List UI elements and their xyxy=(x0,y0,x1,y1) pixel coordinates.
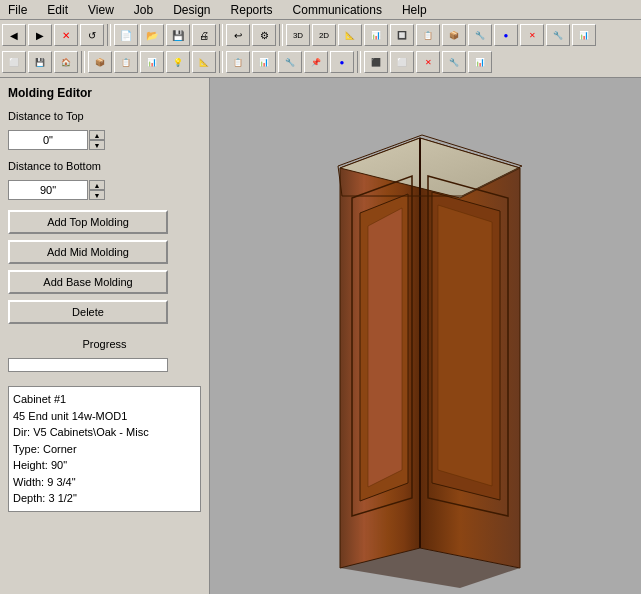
distance-bottom-down[interactable]: ▼ xyxy=(89,190,105,200)
view9-button[interactable]: ● xyxy=(494,24,518,46)
info-line3: Dir: V5 Cabinets\Oak - Misc xyxy=(13,424,196,441)
add-mid-molding-button[interactable]: Add Mid Molding xyxy=(8,240,168,264)
tb2-6[interactable]: 📊 xyxy=(140,51,164,73)
cabinet-3d-view xyxy=(260,108,620,588)
distance-top-label: Distance to Top xyxy=(8,110,201,122)
undo-button[interactable]: ↩ xyxy=(226,24,250,46)
tb2-home[interactable]: 🏠 xyxy=(54,51,78,73)
view6-button[interactable]: 📋 xyxy=(416,24,440,46)
tb2-13[interactable]: ● xyxy=(330,51,354,73)
menu-view[interactable]: View xyxy=(84,1,118,19)
tb2-15[interactable]: ⬜ xyxy=(390,51,414,73)
menu-edit[interactable]: Edit xyxy=(43,1,72,19)
tb2-9[interactable]: 📋 xyxy=(226,51,250,73)
settings-button[interactable]: ⚙ xyxy=(252,24,276,46)
svg-marker-11 xyxy=(438,205,492,486)
canvas-area[interactable] xyxy=(210,78,641,594)
tb2-8[interactable]: 📐 xyxy=(192,51,216,73)
canvas-inner xyxy=(210,78,641,594)
separator3 xyxy=(279,24,283,46)
menu-job[interactable]: Job xyxy=(130,1,157,19)
toolbar: ◀ ▶ ✕ ↺ 📄 📂 💾 🖨 ↩ ⚙ 3D 2D 📐 📊 🔲 📋 📦 🔧 ● … xyxy=(0,20,641,78)
view8-button[interactable]: 🔧 xyxy=(468,24,492,46)
separator5 xyxy=(219,51,223,73)
left-panel: Molding Editor Distance to Top ▲ ▼ Dista… xyxy=(0,78,210,594)
tb2-11[interactable]: 🔧 xyxy=(278,51,302,73)
distance-top-up[interactable]: ▲ xyxy=(89,130,105,140)
tb2-5[interactable]: 📋 xyxy=(114,51,138,73)
menu-design[interactable]: Design xyxy=(169,1,214,19)
view10-button[interactable]: ✕ xyxy=(520,24,544,46)
tb2-12[interactable]: 📌 xyxy=(304,51,328,73)
view2-button[interactable]: 2D xyxy=(312,24,336,46)
back-button[interactable]: ◀ xyxy=(2,24,26,46)
tb2-4[interactable]: 📦 xyxy=(88,51,112,73)
info-line6: Width: 9 3/4" xyxy=(13,474,196,491)
add-top-molding-button[interactable]: Add Top Molding xyxy=(8,210,168,234)
tb2-18[interactable]: 📊 xyxy=(468,51,492,73)
delete-button[interactable]: Delete xyxy=(8,300,168,324)
distance-top-spinner: ▲ ▼ xyxy=(89,130,105,150)
menu-help[interactable]: Help xyxy=(398,1,431,19)
info-line5: Height: 90" xyxy=(13,457,196,474)
separator2 xyxy=(219,24,223,46)
info-line4: Type: Corner xyxy=(13,441,196,458)
distance-bottom-label: Distance to Bottom xyxy=(8,160,201,172)
view3-button[interactable]: 📐 xyxy=(338,24,362,46)
stop-button[interactable]: ✕ xyxy=(54,24,78,46)
view12-button[interactable]: 📊 xyxy=(572,24,596,46)
panel-title: Molding Editor xyxy=(8,86,201,100)
distance-bottom-input[interactable] xyxy=(8,180,88,200)
open-button[interactable]: 📂 xyxy=(140,24,164,46)
view11-button[interactable]: 🔧 xyxy=(546,24,570,46)
info-line7: Depth: 3 1/2" xyxy=(13,490,196,507)
view5-button[interactable]: 🔲 xyxy=(390,24,414,46)
toolbar-row2: ⬜ 💾 🏠 📦 📋 📊 💡 📐 📋 📊 🔧 📌 ● ⬛ ⬜ ✕ 🔧 📊 xyxy=(2,49,639,75)
tb2-10[interactable]: 📊 xyxy=(252,51,276,73)
view7-button[interactable]: 📦 xyxy=(442,24,466,46)
forward-button[interactable]: ▶ xyxy=(28,24,52,46)
menu-reports[interactable]: Reports xyxy=(227,1,277,19)
progress-bar xyxy=(8,358,168,372)
distance-top-input[interactable] xyxy=(8,130,88,150)
tb2-2[interactable]: 💾 xyxy=(28,51,52,73)
tb2-14[interactable]: ⬛ xyxy=(364,51,388,73)
info-line2: 45 End unit 14w-MOD1 xyxy=(13,408,196,425)
menu-communications[interactable]: Communications xyxy=(289,1,386,19)
tb2-7[interactable]: 💡 xyxy=(166,51,190,73)
tb2-16[interactable]: ✕ xyxy=(416,51,440,73)
distance-bottom-spinner: ▲ ▼ xyxy=(89,180,105,200)
main-layout: Molding Editor Distance to Top ▲ ▼ Dista… xyxy=(0,78,641,594)
distance-bottom-row: ▲ ▼ xyxy=(8,180,201,200)
distance-bottom-up[interactable]: ▲ xyxy=(89,180,105,190)
view4-button[interactable]: 📊 xyxy=(364,24,388,46)
distance-top-down[interactable]: ▼ xyxy=(89,140,105,150)
svg-marker-8 xyxy=(368,208,402,487)
tb2-1[interactable]: ⬜ xyxy=(2,51,26,73)
save-button[interactable]: 💾 xyxy=(166,24,190,46)
distance-top-row: ▲ ▼ xyxy=(8,130,201,150)
print-button[interactable]: 🖨 xyxy=(192,24,216,46)
menubar: File Edit View Job Design Reports Commun… xyxy=(0,0,641,20)
refresh-button[interactable]: ↺ xyxy=(80,24,104,46)
menu-file[interactable]: File xyxy=(4,1,31,19)
progress-label: Progress xyxy=(8,338,201,350)
view1-button[interactable]: 3D xyxy=(286,24,310,46)
toolbar-row1: ◀ ▶ ✕ ↺ 📄 📂 💾 🖨 ↩ ⚙ 3D 2D 📐 📊 🔲 📋 📦 🔧 ● … xyxy=(2,22,639,48)
info-box: Cabinet #1 45 End unit 14w-MOD1 Dir: V5 … xyxy=(8,386,201,512)
separator6 xyxy=(357,51,361,73)
add-base-molding-button[interactable]: Add Base Molding xyxy=(8,270,168,294)
new-button[interactable]: 📄 xyxy=(114,24,138,46)
tb2-17[interactable]: 🔧 xyxy=(442,51,466,73)
info-line1: Cabinet #1 xyxy=(13,391,196,408)
separator1 xyxy=(107,24,111,46)
separator4 xyxy=(81,51,85,73)
